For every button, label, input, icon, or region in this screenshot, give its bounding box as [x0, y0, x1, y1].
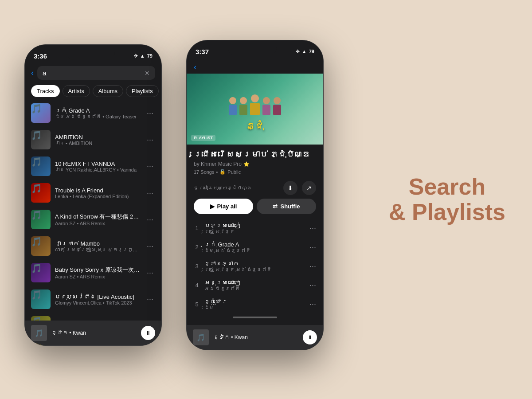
status-icons-right: ✈ ▲ 79	[296, 49, 314, 55]
verified-star-icon: ⭐	[243, 161, 250, 167]
pause-button-right[interactable]: ⏸	[303, 330, 317, 344]
more-icon-7[interactable]: ···	[145, 295, 155, 304]
pt-artist-3: អង់ ចំនួនព័ត៌	[204, 286, 305, 291]
track-title-7: មនុស្សរំពឹង [Live Acoustic]	[55, 293, 141, 300]
more-icon-4[interactable]: ···	[145, 215, 155, 224]
list-item[interactable]: 🎵 វ៉ាទ្រាក់ Mambo ណាត់ ស្រស់ក្រៀល,សុខ ស្…	[25, 233, 161, 259]
np-thumb-left: 🎵	[31, 325, 47, 341]
wifi-icon: ▲	[140, 53, 145, 59]
shuffle-button[interactable]: ⇄ Shuffle	[257, 199, 316, 214]
pt-info-3: អនុស្រណោះទៀ អង់ ចំនួនព័ត៌	[204, 279, 305, 291]
search-area: ‹ a ✕	[25, 63, 161, 82]
track-sub-0: ដេម,អង់ ចំនួនព័ត៌ • Galaxy Teaser	[55, 114, 141, 119]
track-title-5: វ៉ាទ្រាក់ Mambo	[55, 240, 141, 247]
list-item[interactable]: 2 ក្រុំ Grade A ដេម,អង់ ចំនួនព័ត៌ ···	[187, 238, 323, 257]
pt-info-0: បទស្រណោះទៀ ច្រៀ សុវន្ត	[204, 222, 305, 234]
pt-info-2: ខ្ទានភ្នាក ច្រៀ សុវន្ត,អង់ ចំនួនព័ត៌	[204, 260, 305, 272]
list-item[interactable]: 4 អនុស្រណោះទៀ អង់ ចំនួនព័ត៌ ···	[187, 276, 323, 295]
list-item[interactable]: 🎵 A Kind of Sorrow 有一種悲傷 2K23 Aaron SZ •…	[25, 206, 161, 233]
pause-button-left[interactable]: ⏸	[141, 326, 155, 340]
track-info-2: 10 REMIX FT VANNDA វ៉ាន់,YCN Rakhie,ALL3…	[55, 160, 141, 172]
clear-search-icon[interactable]: ✕	[145, 70, 150, 77]
more-icon-3[interactable]: ···	[145, 188, 155, 198]
now-playing-left[interactable]: 🎵 ខ្ទិក • Kwan ⏸	[25, 321, 161, 345]
download-button[interactable]: ⬇	[283, 181, 297, 195]
more-icon-1[interactable]: ···	[145, 135, 155, 145]
pt-more-3[interactable]: ···	[309, 281, 316, 290]
pt-more-1[interactable]: ···	[309, 243, 316, 252]
search-input-value: a	[43, 69, 46, 77]
tab-tracks[interactable]: Tracks	[31, 85, 60, 97]
track-sub-2: វ៉ាន់,YCN Rakhie,ALL3RGY • Vannda	[55, 167, 141, 172]
list-item[interactable]: 5 ខ្ញុំទើរ ដេម ···	[187, 295, 323, 314]
np-info-left: ខ្ទិក • Kwan	[51, 330, 137, 336]
more-icon-6[interactable]: ···	[145, 268, 155, 278]
more-icon-2[interactable]: ···	[145, 162, 155, 171]
play-all-button[interactable]: ▶ Play all	[194, 199, 253, 214]
label-playlists: & Playlists	[389, 200, 505, 225]
pt-artist-4: ដេម	[204, 305, 305, 310]
airplane-icon: ✈	[134, 53, 138, 59]
playlist-title: ជ្រើសរើសសម្រាប់ ភ្ជុំបិណ្ឌ	[194, 150, 316, 159]
track-info-5: វ៉ាទ្រាក់ Mambo ណាត់ ស្រស់ក្រៀល,សុខ ស្ករ…	[55, 240, 141, 252]
pt-artist-1: ដេម,អង់ ចំនួនព័ត៌	[204, 248, 305, 253]
pt-more-4[interactable]: ···	[309, 300, 316, 309]
play-all-label: Play all	[217, 203, 237, 210]
scene: 3:36 ✈ ▲ 79 ‹ a ✕ Tracks Artists Albums …	[0, 0, 532, 399]
tab-artists[interactable]: Artists	[63, 85, 90, 97]
shuffle-icon: ⇄	[273, 203, 278, 210]
playlist-by: by Khmer Music Pro ⭐	[194, 161, 316, 167]
track-sub-5: ណាត់ ស្រស់ក្រៀល,សុខ ស្ករព្រូម • RPA CD V…	[55, 247, 141, 252]
list-item[interactable]: 🎵 Baby Sorry Sorry x 原谅我一次 2K23 Aaron SZ…	[25, 259, 161, 286]
list-item[interactable]: 🎵 AMBITION វ៉ាន់ • AMBITION ···	[25, 126, 161, 153]
playlist-by-text: by Khmer Music Pro	[194, 161, 242, 167]
more-icon-5[interactable]: ···	[145, 242, 155, 251]
list-item[interactable]: 1 បទស្រណោះទៀ ច្រៀ សុវន្ត ···	[187, 219, 323, 238]
back-button-right[interactable]: ‹	[194, 63, 196, 72]
list-item[interactable]: 🎵 មនុស្សរំពឹង [Live Acoustic] Glomyy Vin…	[25, 286, 161, 313]
track-info-7: មនុស្សរំពឹង [Live Acoustic] Glomyy Vince…	[55, 293, 141, 305]
track-title-2: 10 REMIX FT VANNDA	[55, 160, 141, 167]
track-info-1: AMBITION វ៉ាន់ • AMBITION	[55, 134, 141, 146]
share-button[interactable]: ↗	[302, 181, 316, 195]
playlist-description: ចម្រៀងបុណ្យភ្ជុំបិណ្ឌ	[194, 185, 252, 191]
track-sub-6: Aaron SZ • ARS Remix	[55, 274, 141, 279]
track-sub-4: Aaron SZ • ARS Remix	[55, 221, 141, 226]
pt-more-2[interactable]: ···	[309, 262, 316, 271]
phone-right: 3:37 ✈ ▲ 79 ‹	[186, 40, 324, 350]
search-input-bar[interactable]: a ✕	[37, 66, 155, 80]
playlist-info: ជ្រើសរើសសម្រាប់ ភ្ជុំបិណ្ឌ by Khmer Musi…	[187, 145, 323, 177]
action-buttons: ⬇ ↗	[283, 181, 316, 195]
pt-num-0: 1	[194, 225, 200, 231]
playlist-meta: 17 Songs • 🔓 Public	[194, 169, 316, 175]
tab-albums[interactable]: Albums	[93, 85, 123, 97]
play-icon: ▶	[210, 203, 215, 210]
track-thumb-3: 🎵	[31, 183, 51, 203]
battery-right: 79	[309, 49, 314, 54]
tab-playlists[interactable]: Playlists	[126, 85, 159, 97]
pt-info-1: ក្រុំ Grade A ដេម,អង់ ចំនួនព័ត៌	[204, 241, 305, 253]
pt-title-0: បទស្រណោះទៀ	[204, 222, 305, 229]
track-info-6: Baby Sorry Sorry x 原谅我一次 2K23 Aaron SZ •…	[55, 266, 141, 279]
songs-count: 17 Songs	[194, 169, 214, 175]
track-title-4: A Kind of Sorrow 有一種悲傷 2K23	[55, 213, 141, 221]
list-item[interactable]: 🎵 10 REMIX FT VANNDA វ៉ាន់,YCN Rakhie,AL…	[25, 153, 161, 180]
list-item[interactable]: 3 ខ្ទានភ្នាក ច្រៀ សុវន្ត,អង់ ចំនួនព័ត៌ ·…	[187, 257, 323, 276]
list-item[interactable]: 🎵 ក្រុំ Grade A ដេម,អង់ ចំនួនព័ត៌ • Gala…	[25, 100, 161, 126]
now-playing-right[interactable]: 🎵 ខ្ទិក • Kwan ⏸	[187, 325, 323, 350]
label-search: Search	[389, 174, 505, 200]
pt-title-3: អនុស្រណោះទៀ	[204, 279, 305, 286]
visibility: Public	[227, 169, 241, 175]
more-icon-0[interactable]: ···	[145, 109, 155, 118]
pt-more-0[interactable]: ···	[309, 223, 316, 233]
track-sub-3: Lenka • Lenka (Expanded Edition)	[55, 194, 141, 199]
pt-info-4: ខ្ញុំទើរ ដេម	[204, 298, 305, 310]
track-info-3: Trouble Is A Friend Lenka • Lenka (Expan…	[55, 187, 141, 199]
track-title-1: AMBITION	[55, 134, 141, 141]
track-thumb-5: 🎵	[31, 236, 51, 256]
status-icons-left: ✈ ▲ 79	[134, 53, 153, 59]
np-title-left: ខ្ទិក • Kwan	[51, 330, 137, 336]
list-item[interactable]: 🎵 Trouble Is A Friend Lenka • Lenka (Exp…	[25, 180, 161, 206]
back-button-left[interactable]: ‹	[31, 68, 34, 78]
lock-icon: 🔓	[219, 169, 226, 175]
